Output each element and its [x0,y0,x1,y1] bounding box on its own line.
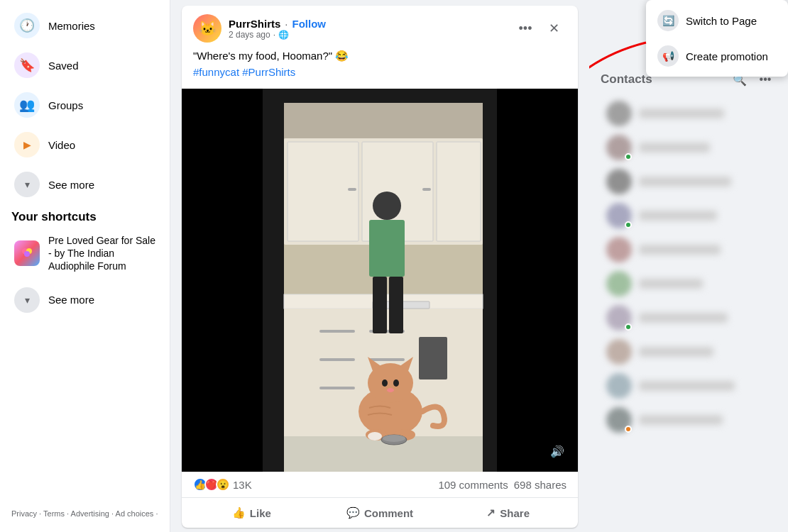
contact-name [639,347,713,357]
shortcuts-see-more-label: See more [48,294,94,306]
contact-avatar [606,305,632,331]
follow-link[interactable]: Follow [292,18,327,30]
post-meta: PurrShirts · Follow 2 days ago · 🌐 [229,18,326,40]
contact-item[interactable] [595,96,782,131]
contact-item[interactable] [595,301,782,335]
footer-terms[interactable]: Terms [43,509,65,518]
create-promotion-item[interactable]: 📢 Create promotion [646,38,788,74]
reactions-left[interactable]: 👍 ❤️ 😮 13K [193,477,252,492]
contact-item[interactable] [595,165,782,199]
sidebar-footer: Privacy · Terms · Advertising · Ad choic… [0,501,170,526]
svg-rect-21 [369,358,405,361]
see-more-button[interactable]: ▾ See more [6,166,164,203]
svg-rect-8 [288,142,359,241]
post-video[interactable]: 🔊 [182,89,578,472]
svg-rect-23 [419,337,447,379]
svg-rect-6 [284,103,483,138]
contact-name [639,381,735,391]
shortcut-item-audiophile[interactable]: Pre Loved Gear for Sale - by The Indian … [6,228,164,279]
reaction-emojis: 👍 ❤️ 😮 [193,477,230,492]
shares-count[interactable]: 698 shares [514,479,567,491]
footer-ad-choices[interactable]: Ad choices [116,509,154,518]
volume-button[interactable]: 🔊 [545,439,569,463]
svg-rect-29 [389,277,403,333]
comments-count[interactable]: 109 comments [438,479,508,491]
right-sidebar: 🔄 Switch to Page 📢 Create promotion Cont… [589,0,788,532]
like-button[interactable]: 👍 Like [187,501,316,525]
switch-page-icon: 🔄 [657,10,679,31]
comment-button[interactable]: 💬 Comment [316,501,444,525]
saved-icon: 🔖 [14,52,40,78]
contact-item[interactable] [595,403,782,437]
left-sidebar: 🕐 Memories 🔖 Saved 👥 Groups ▶ Video ▾ Se… [0,0,170,532]
sidebar-label-groups: Groups [48,99,83,111]
post-card: 🐱 PurrShirts · Follow 2 days ago · 🌐 [182,6,578,528]
contact-avatar [606,237,632,262]
svg-rect-18 [319,358,355,361]
contact-avatar [606,373,632,399]
dropdown-menu: 🔄 Switch to Page 📢 Create promotion [646,0,788,77]
contact-item[interactable] [595,369,782,403]
footer-advertising[interactable]: Advertising [71,509,109,518]
contact-avatar [606,203,632,228]
svg-point-34 [382,379,388,387]
video-icon: ▶ [14,132,40,157]
shortcut-label: Pre Loved Gear for Sale - by The Indian … [48,234,155,273]
post-buttons: 👍 Like 💬 Comment ↗ Share [182,498,578,528]
groups-icon: 👥 [14,92,40,118]
share-button[interactable]: ↗ Share [444,501,572,525]
contact-avatar [606,407,632,433]
reactions-right: 109 comments 698 shares [438,479,567,491]
post-time-text: 2 days ago [229,30,270,40]
contact-avatar [606,135,632,160]
contact-name [639,177,731,187]
comment-icon: 💬 [346,506,360,519]
post-close-button[interactable]: ✕ [541,16,567,41]
contact-name [639,143,710,153]
contact-avatar [606,169,632,194]
sidebar-item-memories[interactable]: 🕐 Memories [6,7,164,44]
comment-label: Comment [364,507,413,519]
feed-content: 🐱 PurrShirts · Follow 2 days ago · 🌐 [182,6,578,526]
contact-name [639,279,703,289]
reactions-bar: 👍 ❤️ 😮 13K 109 comments 698 shares [182,472,578,498]
contact-item[interactable] [595,335,782,369]
share-label: Share [500,507,530,519]
shortcut-icon [14,240,40,266]
sidebar-label-video: Video [48,139,75,151]
svg-rect-28 [373,277,387,333]
chevron-down-icon: ▾ [14,172,40,197]
video-frame [263,89,497,472]
shortcuts-see-more-button[interactable]: ▾ See more [6,282,164,318]
svg-point-41 [368,432,382,440]
contact-avatar [606,101,632,126]
svg-rect-17 [319,330,355,333]
contact-item[interactable] [595,131,782,165]
contact-item[interactable] [595,199,782,233]
separator: · [285,18,288,30]
contact-name [639,211,717,221]
sidebar-item-video[interactable]: ▶ Video [6,126,164,163]
post-hashtags[interactable]: #funnycat #PurrShirts [193,66,295,78]
contact-item[interactable] [595,233,782,267]
switch-to-page-item[interactable]: 🔄 Switch to Page [646,3,788,38]
contact-item[interactable] [595,267,782,301]
shortcuts-chevron-down-icon: ▾ [14,287,40,313]
contact-name [639,415,723,425]
contact-name [639,245,721,255]
share-icon: ↗ [486,506,496,519]
sidebar-item-saved[interactable]: 🔖 Saved [6,47,164,84]
sidebar-item-groups[interactable]: 👥 Groups [6,87,164,123]
post-avatar[interactable]: 🐱 [193,14,221,43]
memories-icon: 🕐 [14,13,40,38]
wow-emoji: 😮 [216,477,230,492]
post-actions: ••• ✕ [513,16,567,41]
megaphone-icon: 📢 [657,45,679,67]
contacts-title: Contacts [601,72,652,87]
post-media[interactable]: 🔊 [182,89,578,472]
like-label: Like [250,507,271,519]
post-more-button[interactable]: ••• [513,16,538,41]
footer-privacy[interactable]: Privacy [11,509,37,518]
post-author[interactable]: PurrShirts [229,18,280,30]
separator: · [273,30,275,40]
